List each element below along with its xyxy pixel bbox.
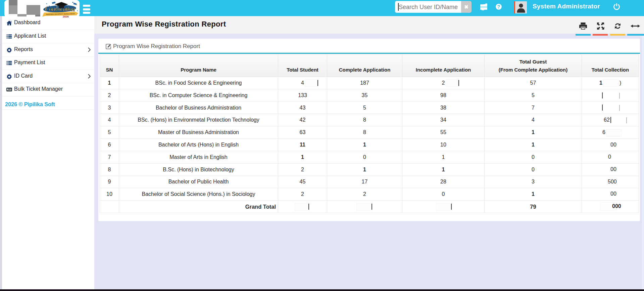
svg-text:Convocation: Convocation <box>45 5 75 12</box>
svg-text:?: ? <box>497 4 500 9</box>
svg-text:2026: 2026 <box>63 15 69 18</box>
